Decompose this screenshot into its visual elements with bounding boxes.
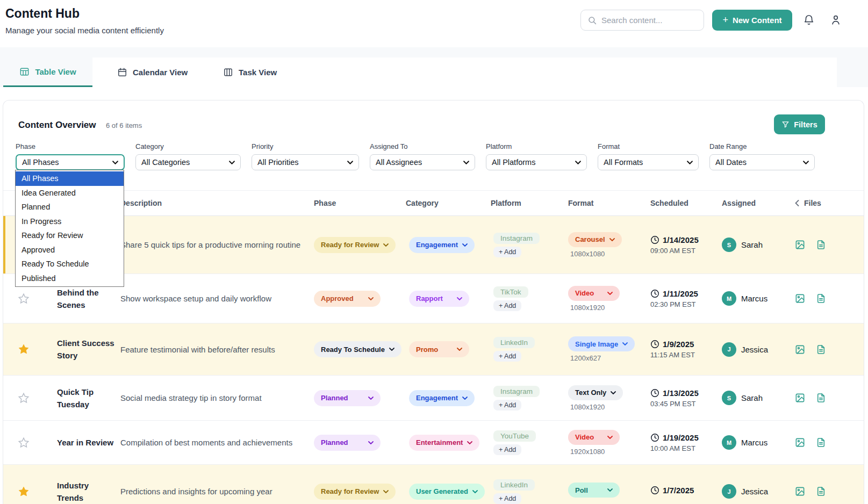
row-description: Predictions and insights for upcoming ye… xyxy=(116,487,304,496)
category-filter-select[interactable]: All Categories xyxy=(135,154,241,170)
phase-option[interactable]: In Progress xyxy=(16,214,124,229)
document-file-icon[interactable] xyxy=(816,437,826,448)
col-phase: Phase xyxy=(304,199,404,207)
filter-icon xyxy=(781,120,790,128)
image-file-icon[interactable] xyxy=(795,393,805,403)
phase-option[interactable]: Idea Generated xyxy=(16,186,124,200)
image-file-icon[interactable] xyxy=(795,240,805,250)
tab-label: Task View xyxy=(239,68,277,77)
format-dimensions: 1080x1920 xyxy=(570,304,605,312)
add-platform-button[interactable]: + Add xyxy=(493,444,521,455)
add-platform-button[interactable]: + Add xyxy=(493,247,521,257)
category-select[interactable]: User Generated xyxy=(409,484,485,500)
phase-option[interactable]: Approved xyxy=(16,243,124,257)
table-row[interactable]: Industry Trends Predictions and insights… xyxy=(3,465,864,504)
category-select[interactable]: Rapport xyxy=(409,291,469,307)
table-row[interactable]: Behind the Scenes Show workspace setup a… xyxy=(3,274,864,323)
clock-icon xyxy=(650,486,659,495)
chevron-down-icon xyxy=(389,348,394,351)
format-select[interactable]: Single Image xyxy=(568,336,635,351)
add-platform-button[interactable]: + Add xyxy=(493,300,521,311)
star-icon[interactable] xyxy=(18,437,30,449)
bell-icon[interactable] xyxy=(803,14,815,26)
tab-calendar-view[interactable]: Calendar View xyxy=(117,57,188,87)
phase-select[interactable]: Ready To Schedule xyxy=(314,341,401,357)
image-file-icon[interactable] xyxy=(795,437,805,448)
filter-assigned: Assigned To All Assignees xyxy=(370,142,475,170)
chevron-down-icon xyxy=(368,397,374,400)
col-assigned: Assigned xyxy=(720,199,790,207)
phase-select[interactable]: Ready for Review xyxy=(314,237,396,253)
table-row[interactable]: Year in Review Compilation of best momen… xyxy=(3,421,864,465)
document-file-icon[interactable] xyxy=(816,344,826,355)
priority-filter-select[interactable]: All Priorities xyxy=(252,154,359,170)
phase-option[interactable]: Ready for Review xyxy=(16,228,124,243)
filter-platform: Platform All Platforms xyxy=(486,142,587,170)
filters-button[interactable]: Filters xyxy=(774,114,825,134)
chevron-down-icon xyxy=(607,436,613,439)
format-select[interactable]: Video xyxy=(568,430,620,445)
phase-select[interactable]: Approved xyxy=(314,291,381,307)
task-view-icon xyxy=(223,67,233,77)
image-file-icon[interactable] xyxy=(795,344,805,355)
document-file-icon[interactable] xyxy=(816,293,826,304)
daterange-filter-select[interactable]: All Dates xyxy=(709,154,815,170)
document-file-icon[interactable] xyxy=(816,486,826,496)
format-filter-select[interactable]: All Formats xyxy=(598,154,699,170)
image-file-icon[interactable] xyxy=(795,486,805,496)
category-select[interactable]: Engagement xyxy=(409,390,475,406)
search-input[interactable] xyxy=(601,16,687,25)
clock-icon xyxy=(650,433,659,442)
phase-option[interactable]: Planned xyxy=(16,200,124,214)
document-file-icon[interactable] xyxy=(816,393,826,403)
phase-select[interactable]: Ready for Review xyxy=(314,484,396,500)
filter-format: Format All Formats xyxy=(598,142,699,170)
new-content-button[interactable]: + New Content xyxy=(712,10,792,31)
table-row[interactable]: Share 5 quick tips for a productive morn… xyxy=(3,216,864,274)
assigned-filter-select[interactable]: All Assignees xyxy=(370,154,475,170)
image-file-icon[interactable] xyxy=(795,293,805,304)
filter-label: Date Range xyxy=(709,142,815,150)
category-select[interactable]: Entertainment xyxy=(409,435,479,451)
clock-icon xyxy=(650,235,659,244)
format-select[interactable]: Video xyxy=(568,286,620,301)
add-platform-button[interactable]: + Add xyxy=(493,400,521,411)
scheduled-date: 1/13/2025 xyxy=(663,388,699,398)
phase-option[interactable]: Published xyxy=(16,271,124,286)
scheduled-time: 10:00 AM EST xyxy=(650,444,720,452)
scheduled-time: 11:15 AM EST xyxy=(650,351,720,359)
table-row[interactable]: Quick Tip Tuesday Social media strategy … xyxy=(3,376,864,421)
document-file-icon[interactable] xyxy=(816,240,826,250)
category-select[interactable]: Engagement xyxy=(409,237,475,253)
chevron-left-icon[interactable] xyxy=(795,200,799,206)
filter-label: Phase xyxy=(16,142,125,150)
star-icon[interactable] xyxy=(18,392,30,404)
phase-select[interactable]: Planned xyxy=(314,435,381,451)
phase-option[interactable]: All Phases xyxy=(16,171,124,186)
format-select[interactable]: Text Only xyxy=(568,385,623,400)
search-box[interactable] xyxy=(580,10,704,31)
format-select[interactable]: Carousel xyxy=(568,232,622,247)
add-platform-button[interactable]: + Add xyxy=(493,351,521,362)
phase-select[interactable]: Planned xyxy=(314,390,381,406)
star-icon[interactable] xyxy=(18,293,30,305)
tab-table-view[interactable]: Table View xyxy=(3,57,92,87)
table-row[interactable]: Client Success Story Feature testimonial… xyxy=(3,323,864,376)
platform-filter-select[interactable]: All Platforms xyxy=(486,154,587,170)
tab-bar-panel xyxy=(92,57,837,87)
star-icon[interactable] xyxy=(18,486,30,498)
star-icon[interactable] xyxy=(18,343,30,355)
format-select[interactable]: Poll xyxy=(568,483,620,498)
phase-filter-select[interactable]: All Phases xyxy=(16,154,125,170)
user-icon[interactable] xyxy=(830,14,842,26)
row-description: Compilation of best moments and achievem… xyxy=(116,438,304,447)
scheduled-time: 09:00 AM EST xyxy=(650,247,720,255)
phase-option[interactable]: Ready To Schedule xyxy=(16,257,124,271)
tab-task-view[interactable]: Task View xyxy=(223,57,277,87)
chevron-down-icon xyxy=(467,441,472,444)
filter-label: Priority xyxy=(252,142,359,150)
add-platform-button[interactable]: + Add xyxy=(493,493,521,504)
assignee-name: Sarah xyxy=(741,393,763,402)
platform-tag: LinkedIn xyxy=(493,479,535,491)
category-select[interactable]: Promo xyxy=(409,341,469,357)
